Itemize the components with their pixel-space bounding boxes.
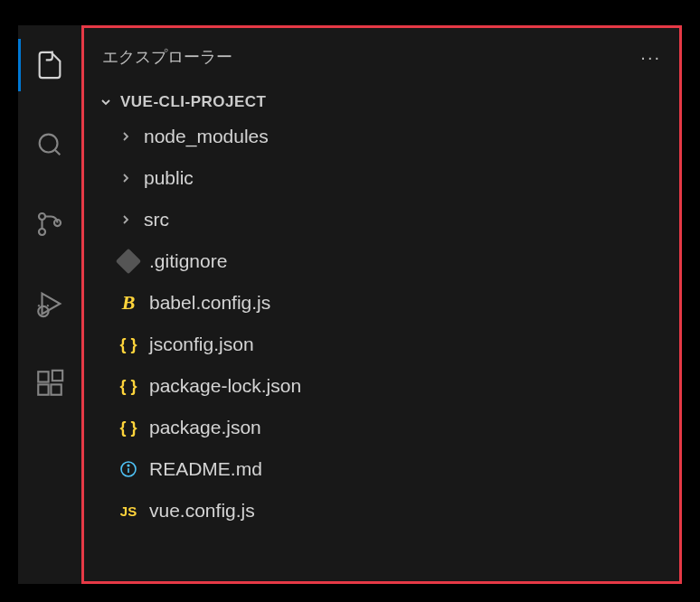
activity-search[interactable]	[28, 123, 71, 166]
file-label: babel.config.js	[149, 292, 270, 314]
activity-explorer[interactable]	[28, 43, 71, 87]
file-label: package.json	[149, 417, 261, 438]
json-icon: { }	[118, 418, 138, 437]
svg-rect-10	[38, 384, 48, 394]
svg-point-0	[40, 135, 58, 153]
svg-marker-5	[43, 294, 61, 315]
json-icon: { }	[118, 334, 138, 354]
folder-node-modules[interactable]: node_modules	[99, 124, 665, 149]
file-package-json[interactable]: { } package.json	[99, 415, 665, 440]
run-debug-icon	[34, 288, 65, 319]
folder-public[interactable]: public	[99, 165, 665, 191]
file-jsconfig[interactable]: { } jsconfig.json	[99, 332, 665, 357]
files-icon	[34, 50, 65, 80]
file-label: jsconfig.json	[149, 334, 254, 355]
svg-rect-9	[38, 372, 48, 381]
chevron-right-icon	[118, 212, 133, 227]
svg-line-1	[55, 150, 61, 155]
folder-label: node_modules	[144, 126, 269, 147]
svg-point-3	[39, 229, 45, 235]
info-icon	[118, 459, 138, 479]
explorer-sidebar: エクスプローラー ··· VUE-CLI-PROJECT node_module…	[81, 25, 682, 584]
activity-bar	[18, 25, 81, 584]
folder-label: src	[144, 209, 169, 230]
project-name: VUE-CLI-PROJECT	[120, 93, 266, 111]
svg-rect-11	[51, 384, 61, 394]
svg-point-15	[128, 465, 129, 466]
explorer-header: エクスプローラー ···	[99, 39, 665, 93]
source-control-icon	[34, 209, 65, 240]
file-label: README.md	[149, 458, 262, 480]
explorer-title: エクスプローラー	[102, 46, 232, 68]
js-icon: JS	[118, 501, 138, 521]
chevron-right-icon	[118, 129, 133, 144]
chevron-down-icon	[99, 95, 113, 109]
file-label: package-lock.json	[149, 375, 301, 397]
babel-icon: B	[118, 293, 138, 313]
file-readme[interactable]: README.md	[99, 456, 665, 482]
file-package-lock[interactable]: { } package-lock.json	[99, 373, 665, 399]
folder-src[interactable]: src	[99, 207, 665, 232]
more-actions-icon[interactable]: ···	[640, 47, 661, 68]
file-tree: node_modules public src .gitignore B bab…	[99, 124, 665, 523]
file-babel-config[interactable]: B babel.config.js	[99, 290, 665, 315]
svg-line-8	[47, 305, 48, 306]
chevron-right-icon	[118, 171, 133, 185]
activity-extensions[interactable]	[28, 362, 71, 405]
svg-point-2	[39, 213, 45, 220]
search-icon	[34, 129, 65, 160]
svg-line-7	[38, 305, 39, 306]
svg-rect-12	[52, 371, 62, 381]
file-gitignore[interactable]: .gitignore	[99, 249, 665, 274]
activity-source-control[interactable]	[28, 202, 71, 246]
git-icon	[118, 251, 138, 271]
project-root[interactable]: VUE-CLI-PROJECT	[99, 93, 665, 124]
file-label: vue.config.js	[149, 500, 255, 522]
file-vue-config[interactable]: JS vue.config.js	[99, 498, 665, 523]
activity-run-debug[interactable]	[28, 282, 71, 325]
extensions-icon	[34, 368, 65, 399]
file-label: .gitignore	[149, 250, 227, 272]
folder-label: public	[144, 167, 194, 189]
json-icon: { }	[118, 376, 138, 396]
